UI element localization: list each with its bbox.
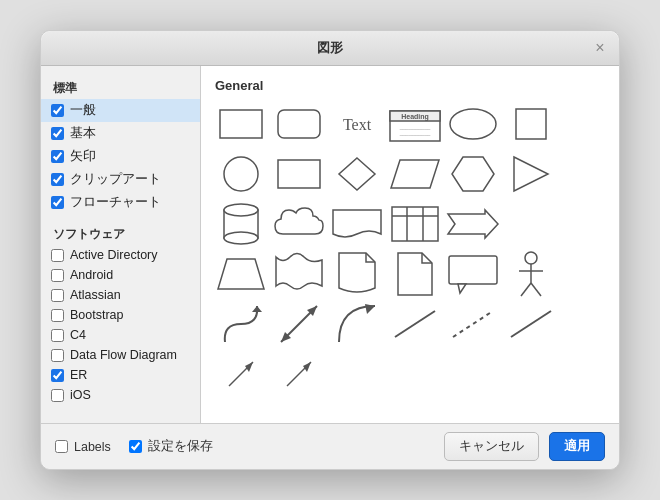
- svg-marker-43: [303, 362, 311, 372]
- shape-rectangle[interactable]: [215, 103, 267, 145]
- sidebar-item-basic[interactable]: 基本: [41, 122, 200, 145]
- sidebar-item-ios[interactable]: iOS: [41, 385, 200, 405]
- sidebar-item-flowchart[interactable]: フローチャート: [41, 191, 200, 214]
- section-title: General: [215, 78, 605, 93]
- labels-checkbox[interactable]: [55, 440, 68, 453]
- checkbox-dataflow[interactable]: [51, 349, 64, 362]
- sidebar-item-active-directory[interactable]: Active Directory: [41, 245, 200, 265]
- svg-point-17: [224, 204, 258, 216]
- sidebar: 標準 一般 基本 矢印 クリップアート フローチャート ソフトウェア: [41, 66, 201, 423]
- shape-small-arrow-1[interactable]: [215, 353, 267, 395]
- checkbox-arrow[interactable]: [51, 150, 64, 163]
- shapes-row-3: [215, 203, 605, 245]
- svg-marker-12: [339, 158, 375, 190]
- svg-marker-41: [245, 362, 253, 372]
- shape-s-curve[interactable]: [215, 303, 267, 345]
- shape-rect2[interactable]: [273, 153, 325, 195]
- sidebar-item-bootstrap[interactable]: Bootstrap: [41, 305, 200, 325]
- svg-marker-26: [458, 284, 466, 293]
- sidebar-item-arrow[interactable]: 矢印: [41, 145, 200, 168]
- shape-ellipse[interactable]: [447, 103, 499, 145]
- sidebar-item-label-active-directory: Active Directory: [70, 248, 158, 262]
- main-content: General Text: [201, 66, 619, 423]
- sidebar-item-label-er: ER: [70, 368, 87, 382]
- shape-banner[interactable]: [331, 203, 383, 245]
- close-button[interactable]: ×: [593, 41, 607, 55]
- shape-heading[interactable]: Heading __________ __________: [389, 103, 441, 145]
- sidebar-item-general[interactable]: 一般: [41, 99, 200, 122]
- shape-small-arrow-2[interactable]: [273, 353, 325, 395]
- sidebar-item-label-android: Android: [70, 268, 113, 282]
- checkbox-atlassian[interactable]: [51, 289, 64, 302]
- checkbox-ios[interactable]: [51, 389, 64, 402]
- dialog: 図形 × 標準 一般 基本 矢印 クリップアート: [40, 30, 620, 470]
- shape-square[interactable]: [505, 103, 557, 145]
- shape-circle[interactable]: [215, 153, 267, 195]
- shape-text[interactable]: Text: [331, 103, 383, 145]
- shape-person[interactable]: [505, 253, 557, 295]
- svg-point-8: [450, 109, 496, 139]
- shape-curved-arrow[interactable]: [331, 303, 383, 345]
- svg-text:__________: __________: [399, 130, 432, 136]
- shape-file[interactable]: [389, 253, 441, 295]
- shape-rounded-rect[interactable]: [273, 103, 325, 145]
- svg-point-18: [224, 232, 258, 244]
- shape-slash-line[interactable]: [389, 303, 441, 345]
- cancel-button[interactable]: キャンセル: [444, 432, 539, 461]
- sidebar-item-label-flowchart: フローチャート: [70, 194, 161, 211]
- shape-triangle-right[interactable]: [505, 153, 557, 195]
- shape-cloud[interactable]: [273, 203, 325, 245]
- shape-parallelogram[interactable]: [389, 153, 441, 195]
- footer-left: Labels 設定を保存: [55, 438, 213, 455]
- svg-line-39: [511, 311, 551, 337]
- sidebar-item-android[interactable]: Android: [41, 265, 200, 285]
- dialog-title: 図形: [317, 39, 343, 57]
- shape-callout[interactable]: [447, 253, 499, 295]
- apply-button[interactable]: 適用: [549, 432, 605, 461]
- sidebar-item-label-clipart: クリップアート: [70, 171, 161, 188]
- sidebar-item-label-basic: 基本: [70, 125, 96, 142]
- shape-wave[interactable]: [273, 253, 325, 295]
- checkbox-er[interactable]: [51, 369, 64, 382]
- svg-text:Text: Text: [343, 116, 372, 133]
- sidebar-item-atlassian[interactable]: Atlassian: [41, 285, 200, 305]
- checkbox-active-directory[interactable]: [51, 249, 64, 262]
- checkbox-basic[interactable]: [51, 127, 64, 140]
- shape-line[interactable]: [505, 303, 557, 345]
- svg-rect-1: [278, 110, 320, 138]
- shapes-row-5: [215, 303, 605, 345]
- svg-line-31: [531, 283, 541, 296]
- shape-diamond[interactable]: [331, 153, 383, 195]
- shapes-row-1: Text Heading __________ __________: [215, 103, 605, 145]
- shape-cylinder[interactable]: [215, 203, 267, 245]
- sidebar-item-er[interactable]: ER: [41, 365, 200, 385]
- shape-document[interactable]: [331, 253, 383, 295]
- sidebar-item-dataflow[interactable]: Data Flow Diagram: [41, 345, 200, 365]
- checkbox-c4[interactable]: [51, 329, 64, 342]
- sidebar-item-label-c4: C4: [70, 328, 86, 342]
- svg-rect-19: [392, 207, 438, 241]
- shape-trapezoid[interactable]: [215, 253, 267, 295]
- checkbox-flowchart[interactable]: [51, 196, 64, 209]
- shape-hexagon[interactable]: [447, 153, 499, 195]
- shape-dashed-line[interactable]: [447, 303, 499, 345]
- svg-text:Heading: Heading: [401, 113, 429, 121]
- sidebar-item-c4[interactable]: C4: [41, 325, 200, 345]
- checkbox-general[interactable]: [51, 104, 64, 117]
- checkbox-clipart[interactable]: [51, 173, 64, 186]
- svg-marker-15: [514, 157, 548, 191]
- shapes-row-4: [215, 253, 605, 295]
- svg-point-10: [224, 157, 258, 191]
- shape-table[interactable]: [389, 203, 441, 245]
- checkbox-bootstrap[interactable]: [51, 309, 64, 322]
- sidebar-section-standard: 標準: [41, 74, 200, 99]
- shape-diagonal-arrow[interactable]: [273, 303, 325, 345]
- save-settings-checkbox[interactable]: [129, 440, 142, 453]
- shape-arrow-notched[interactable]: [447, 203, 499, 245]
- svg-rect-0: [220, 110, 262, 138]
- shapes-row-6: [215, 353, 605, 395]
- labels-label: Labels: [74, 440, 111, 454]
- checkbox-android[interactable]: [51, 269, 64, 282]
- titlebar: 図形 ×: [41, 31, 619, 66]
- sidebar-item-clipart[interactable]: クリップアート: [41, 168, 200, 191]
